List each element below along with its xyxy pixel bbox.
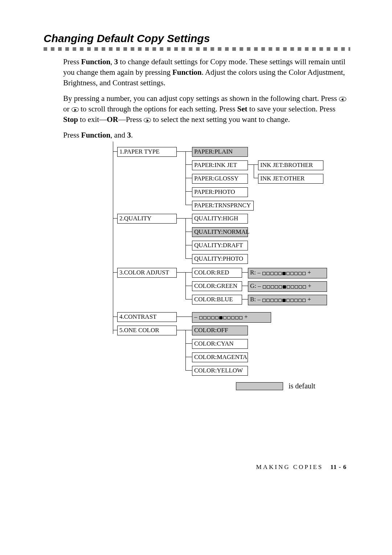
page-footer: MAKING COPIES11 - 6 — [0, 463, 392, 471]
title-underline — [44, 47, 350, 51]
menu1-color-adjust: 3.COLOR ADJUST — [117, 268, 177, 278]
onecolor-off: COLOR:OFF — [192, 326, 248, 335]
onecolor-cyan: COLOR:CYAN — [192, 339, 248, 349]
menu-diagram: 1.PAPER TYPE 2.QUALITY 3.COLOR ADJUST 4.… — [78, 147, 332, 379]
press-function-line: Press Function, and 3. — [44, 130, 350, 140]
intro-paragraph-1: Press Function, 3 to change default sett… — [44, 57, 350, 88]
legend-swatch — [236, 382, 283, 390]
onecolor-magenta: COLOR:MAGENTA — [192, 352, 248, 362]
right-arrow-icon — [72, 107, 79, 112]
quality-high: QUALITY:HIGH — [192, 214, 248, 224]
quality-normal: QUALITY:NORMAL — [192, 227, 248, 237]
color-red-bar: R: – + — [248, 268, 327, 278]
color-green-bar: G: – + — [248, 281, 327, 292]
menu1-quality: 2.QUALITY — [117, 214, 177, 224]
paper-plain: PAPER:PLAIN — [192, 147, 248, 157]
paper-glossy: PAPER:GLOSSY — [192, 174, 248, 184]
paper-inkjet: PAPER:INK JET — [192, 160, 248, 170]
inkjet-other: INK JET:OTHER — [258, 174, 323, 184]
paper-trnsprncy: PAPER:TRNSPRNCY — [192, 201, 254, 211]
quality-photo: QUALITY:PHOTO — [192, 254, 248, 264]
contrast-bar: – + — [192, 312, 271, 323]
left-arrow-icon — [339, 97, 346, 101]
default-legend: is default — [236, 381, 315, 391]
quality-draft: QUALITY:DRAFT — [192, 241, 248, 250]
color-red: COLOR:RED — [192, 268, 242, 278]
right-arrow-icon — [144, 118, 151, 122]
menu1-paper-type: 1.PAPER TYPE — [117, 147, 177, 157]
menu1-one-color: 5.ONE COLOR — [117, 326, 177, 335]
color-blue: COLOR:BLUE — [192, 295, 242, 305]
inkjet-brother: INK JET:BROTHER — [258, 160, 323, 170]
section-title: Changing Default Copy Settings — [44, 31, 350, 46]
intro-paragraph-2: By pressing a number, you can adjust cop… — [44, 93, 350, 125]
menu1-contrast: 4.CONTRAST — [117, 312, 177, 322]
color-blue-bar: B: – + — [248, 295, 327, 305]
color-green: COLOR:GREEN — [192, 281, 242, 291]
paper-photo: PAPER:PHOTO — [192, 187, 248, 197]
onecolor-yellow: COLOR:YELLOW — [192, 366, 248, 376]
